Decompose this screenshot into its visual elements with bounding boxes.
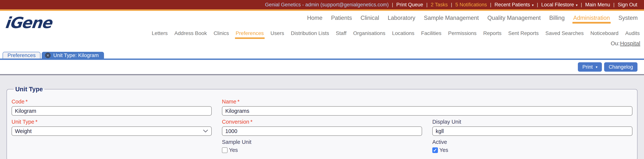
- unit-type-fieldset: Unit Type Code* Name* Unit Type*: [6, 86, 638, 159]
- account-info: Genial Genetics - admin (support@genialg…: [265, 2, 389, 8]
- nav-clinical[interactable]: Clinical: [360, 15, 379, 21]
- name-label-text: Name: [222, 99, 236, 105]
- conversion-label-text: Conversion: [222, 119, 249, 125]
- page: Genial Genetics - admin (support@genialg…: [0, 0, 644, 159]
- notifications-link[interactable]: 5 Notifications: [455, 2, 487, 8]
- nav-sample-management[interactable]: Sample Management: [424, 15, 479, 21]
- nav-administration[interactable]: Administration: [573, 15, 610, 21]
- content-area: Unit Type Code* Name* Unit Type*: [0, 75, 644, 159]
- conversion-input[interactable]: [222, 126, 422, 136]
- print-queue-link[interactable]: Print Queue: [396, 2, 423, 8]
- nav-home[interactable]: Home: [307, 15, 322, 21]
- subnav-users[interactable]: Users: [270, 30, 284, 36]
- unit-type-label-text: Unit Type: [12, 119, 34, 125]
- code-label-text: Code: [12, 99, 24, 105]
- subnav-reports[interactable]: Reports: [483, 30, 502, 36]
- recent-patients-menu[interactable]: Recent Patients▾: [494, 2, 534, 8]
- check-icon: ✓: [433, 148, 437, 153]
- header: iGene Home Patients Clinical Laboratory …: [0, 11, 644, 58]
- changelog-button[interactable]: Changelog: [604, 62, 638, 72]
- unit-type-select[interactable]: Weight: [12, 126, 212, 136]
- close-icon[interactable]: ✕: [45, 53, 51, 58]
- sample-unit-field: Sample Unit Yes: [222, 139, 422, 153]
- tab-underline-bar: [0, 58, 644, 60]
- nav-quality-management[interactable]: Quality Management: [487, 15, 540, 21]
- active-label: Active: [432, 139, 632, 145]
- required-marker: *: [250, 119, 252, 125]
- ou-hospital-link[interactable]: Hospital: [620, 40, 640, 47]
- nav-patients[interactable]: Patients: [331, 15, 352, 21]
- conversion-label: Conversion*: [222, 119, 422, 125]
- caret-down-icon: ▾: [596, 65, 598, 69]
- separator: |: [613, 2, 614, 8]
- display-unit-field: Display Unit: [432, 119, 632, 136]
- tasks-link[interactable]: 2 Tasks: [431, 2, 448, 8]
- subnav-letters[interactable]: Letters: [152, 30, 168, 36]
- subnav-preferences[interactable]: Preferences: [236, 30, 264, 36]
- active-field: Active ✓ Yes: [432, 139, 632, 153]
- caret-down-icon: ▾: [532, 3, 534, 7]
- sub-nav: Letters Address Book Clinics Preferences…: [0, 30, 644, 37]
- display-unit-label: Display Unit: [432, 119, 632, 125]
- subnav-facilities[interactable]: Facilities: [421, 30, 442, 36]
- separator: |: [392, 2, 393, 8]
- code-label: Code*: [12, 98, 212, 105]
- print-button[interactable]: Print ▾: [578, 62, 602, 72]
- sample-unit-checkbox-row: Yes: [222, 147, 422, 153]
- form-grid: Code* Name* Unit Type*: [12, 98, 632, 153]
- sample-unit-checkbox-label: Yes: [229, 147, 238, 153]
- sign-out-link[interactable]: Sign Out: [618, 2, 637, 8]
- subnav-locations[interactable]: Locations: [392, 30, 414, 36]
- action-strip: Print ▾ Changelog: [0, 60, 644, 74]
- nav-billing[interactable]: Billing: [549, 15, 565, 21]
- subnav-sent-reports[interactable]: Sent Reports: [508, 30, 538, 36]
- subnav-organisations[interactable]: Organisations: [353, 30, 385, 36]
- active-checkbox-row: ✓ Yes: [432, 147, 632, 153]
- display-unit-input[interactable]: [432, 126, 632, 136]
- required-marker: *: [36, 119, 38, 125]
- conversion-field: Conversion*: [222, 119, 422, 136]
- tab-bar: Preferences ✕ Unit Type: Kilogram: [0, 52, 644, 58]
- local-filestore-label: Local Filestore: [541, 2, 574, 8]
- subnav-audits[interactable]: Audits: [625, 30, 640, 36]
- tab-label: Preferences: [8, 52, 36, 58]
- nav-laboratory[interactable]: Laboratory: [388, 15, 415, 21]
- sample-unit-label: Sample Unit: [222, 139, 422, 145]
- main-menu-link[interactable]: Main Menu: [585, 2, 610, 8]
- active-checkbox[interactable]: ✓: [432, 147, 438, 153]
- active-checkbox-label: Yes: [440, 147, 448, 153]
- igene-logo: iGene: [4, 14, 52, 32]
- recent-patients-label: Recent Patients: [494, 2, 530, 8]
- subnav-saved-searches[interactable]: Saved Searches: [546, 30, 584, 36]
- unit-type-select-wrap: Weight: [12, 126, 212, 136]
- topbar: Genial Genetics - admin (support@genialg…: [0, 0, 644, 11]
- required-marker: *: [238, 99, 240, 105]
- name-label: Name*: [222, 98, 632, 105]
- separator: |: [581, 2, 582, 8]
- unit-type-label: Unit Type*: [12, 119, 212, 125]
- ou-prefix: Ou:: [611, 40, 620, 47]
- subnav-staff[interactable]: Staff: [336, 30, 346, 36]
- name-input[interactable]: [222, 106, 632, 116]
- local-filestore-menu[interactable]: Local Filestore▾: [541, 2, 578, 8]
- separator: |: [451, 2, 452, 8]
- subnav-distribution-lists[interactable]: Distribution Lists: [291, 30, 329, 36]
- required-marker: *: [26, 99, 28, 105]
- changelog-button-label: Changelog: [608, 64, 633, 70]
- name-field: Name*: [222, 98, 632, 116]
- code-input[interactable]: [12, 106, 212, 116]
- nav-system[interactable]: System: [618, 15, 638, 21]
- tab-label: Unit Type: Kilogram: [53, 52, 99, 58]
- code-field: Code*: [12, 98, 212, 116]
- separator: |: [426, 2, 428, 8]
- tab-unit-type-kilogram[interactable]: ✕ Unit Type: Kilogram: [42, 52, 104, 58]
- tab-preferences[interactable]: Preferences: [2, 52, 40, 58]
- subnav-clinics[interactable]: Clinics: [214, 30, 229, 36]
- subnav-address-book[interactable]: Address Book: [174, 30, 207, 36]
- separator: |: [537, 2, 538, 8]
- subnav-noticeboard[interactable]: Noticeboard: [590, 30, 618, 36]
- fieldset-legend: Unit Type: [14, 86, 44, 93]
- subnav-permissions[interactable]: Permissions: [448, 30, 476, 36]
- sample-unit-checkbox[interactable]: [222, 147, 228, 153]
- caret-down-icon: ▾: [576, 3, 578, 7]
